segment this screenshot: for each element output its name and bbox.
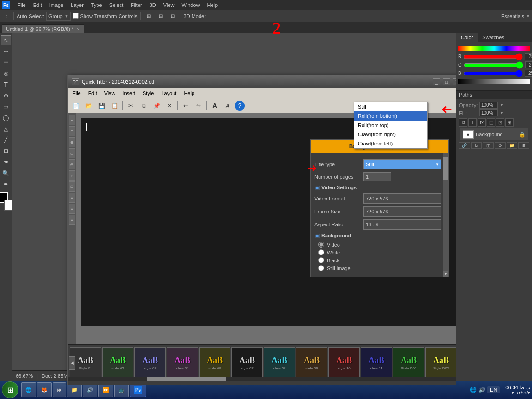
bg-scrollbar[interactable]: ▼ [443,153,448,277]
crosshair-tool[interactable]: ⊕ [1,91,11,101]
menu-image[interactable]: Image [48,1,66,9]
frame-size-input[interactable] [363,206,441,217]
zoom-tool[interactable]: 🔍 [1,168,11,178]
lang-indicator[interactable]: EN [487,386,500,393]
menu-3d[interactable]: 3D [148,1,158,9]
ellipse-tool[interactable]: ◯ [1,113,11,123]
aspect-ratio-input[interactable] [363,219,441,230]
layer-icon-2[interactable]: T [468,118,477,127]
qt-menu-file[interactable]: File [70,90,84,97]
group-dropdown-icon[interactable]: ▼ [65,14,69,18]
layer-icon-6[interactable]: ⊞ [505,118,514,127]
qt-open-btn[interactable]: 📂 [83,100,95,111]
qt-save-btn[interactable]: 💾 [96,100,108,111]
qt-close-btn[interactable]: ✕ [453,78,456,85]
style-thumb-9[interactable]: AaB style 11 [361,347,392,379]
b-value[interactable] [525,70,532,77]
qt-font-size-btn[interactable]: A [209,100,221,111]
qt-strip-btn-5[interactable]: ◎ [69,159,75,169]
layer-link-btn[interactable]: 🔗 [459,142,470,149]
color-bw-bar[interactable] [458,79,530,84]
taskbar-ie[interactable]: 🌐 [21,382,36,397]
swatches-tab[interactable]: Swatches [478,33,509,42]
dropdown-item-roll-top[interactable]: Roll(from top) [354,121,427,130]
qt-strip-btn-2[interactable]: T [69,126,75,136]
qt-menu-style[interactable]: Style [140,90,157,97]
layer-effects-btn[interactable]: fx [471,142,482,149]
align-right-btn[interactable]: ⊡ [168,12,178,21]
qt-strip-btn-6[interactable]: △ [69,170,75,181]
menu-type[interactable]: Type [89,1,104,9]
qt-new-btn[interactable]: 📄 [70,100,82,111]
start-button[interactable]: ⊞ [2,381,18,398]
qt-strip-btn-7[interactable]: ⊞ [69,181,75,192]
dropdown-item-crawl-left[interactable]: Crawl(from left) [354,139,427,148]
qt-strip-btn-9[interactable]: ≡ [69,204,75,214]
type-tool[interactable]: T [1,79,11,90]
active-tab[interactable]: Untitled-1 @ 66.7% (RGB/8) * ✕ [2,24,84,33]
bg-white-radio[interactable] [318,249,324,255]
align-left-btn[interactable]: ⊞ [144,12,154,21]
qt-help-btn[interactable]: ? [235,101,245,111]
grid-tool[interactable]: ⊞ [1,146,11,156]
qt-redo-btn[interactable]: ↪ [193,100,205,111]
triangle-tool[interactable]: △ [1,124,11,134]
layer-icon-3[interactable]: fx [478,118,486,127]
opacity-value[interactable] [479,102,498,109]
layer-group-btn[interactable]: 📁 [507,142,518,149]
eyedropper-tool[interactable]: ✒ [1,179,11,189]
move-tool-btn[interactable]: ↕ [2,12,11,21]
layer-delete-btn[interactable]: 🗑 [518,142,529,149]
layer-icon-4[interactable]: ◫ [487,118,495,127]
b-slider[interactable] [463,71,523,76]
video-settings-collapse-icon[interactable]: ▣ [314,184,320,191]
num-pages-input[interactable] [363,172,391,181]
menu-file[interactable]: File [16,1,28,9]
style-thumb-10[interactable]: AaB Style D01 [393,347,424,379]
r-slider[interactable] [463,54,523,59]
style-thumb-11[interactable]: AaB Style D02 [425,347,456,379]
background-collapse-icon[interactable]: ▣ [314,232,320,239]
qt-menu-help[interactable]: Help [181,90,197,97]
menu-filter[interactable]: Filter [129,1,144,9]
layer-mask-btn[interactable]: ◫ [483,142,494,149]
qt-strip-btn-1[interactable]: ▲ [69,115,75,125]
qt-minimize-btn[interactable]: _ [433,78,440,85]
qt-strip-btn-8[interactable]: ≡ [69,193,75,203]
menu-window[interactable]: Window [180,1,201,9]
menu-layer[interactable]: Layer [69,1,85,9]
paths-panel-menu-btn[interactable]: ≡ [526,92,529,97]
bg-black-radio[interactable] [318,257,324,263]
menu-view[interactable]: View [162,1,176,9]
taskbar-prev[interactable]: ⏮ [53,382,66,397]
qt-saveas-btn[interactable]: 📋 [109,100,121,111]
qt-font-style-btn[interactable]: A [222,100,234,111]
align-center-btn[interactable]: ⊟ [156,12,166,21]
style-thumb-8[interactable]: AaB style 10 [328,347,360,379]
g-slider[interactable] [464,63,523,67]
rect-tool[interactable]: ▭ [1,102,11,112]
auto-select-group[interactable]: Group ▼ [46,12,71,21]
essentials-dropdown-icon[interactable]: ▼ [526,14,530,18]
bg-still-radio[interactable] [318,265,324,271]
title-type-select[interactable]: Still Roll(from bottom) Roll(from top) C… [363,159,441,169]
g-value[interactable] [525,61,532,68]
bg-scrollbar-down[interactable]: ▼ [443,271,448,277]
style-thumb-3[interactable]: AaB style 04 [167,347,198,379]
style-thumb-7[interactable]: AaB style 09 [296,347,327,379]
style-thumb-4[interactable]: AaB style 06 [199,347,230,379]
opacity-dropdown-icon[interactable]: ▼ [500,103,504,108]
background-layer-row[interactable]: ■ Background 🔒 [460,128,528,140]
dropdown-item-roll-bottom[interactable]: Roll(from bottom) [354,111,427,121]
color-spectrum-bar[interactable] [458,46,530,51]
qt-undo-btn[interactable]: ↩ [180,100,192,111]
r-value[interactable] [525,53,532,60]
menu-select[interactable]: Select [108,1,126,9]
qt-paste-btn[interactable]: 📌 [151,100,163,111]
crop-tool[interactable]: ⊹ [1,46,11,56]
layer-icon-1[interactable]: ⧉ [459,118,467,127]
dropdown-item-crawl-right[interactable]: Crawl(from right) [354,130,427,139]
layer-adj-btn[interactable]: ⊙ [495,142,506,149]
move-tool[interactable]: ✛ [1,57,11,67]
qt-menu-layout[interactable]: Layout [158,90,179,97]
